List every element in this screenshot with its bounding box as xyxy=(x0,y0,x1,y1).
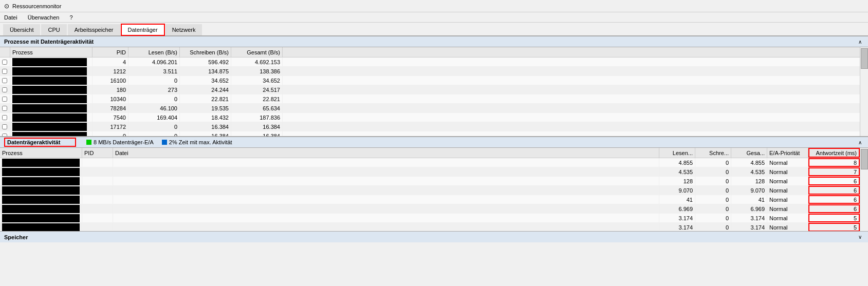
td-checkbox[interactable] xyxy=(0,113,10,122)
menu-help[interactable]: ? xyxy=(67,14,75,21)
td-checkbox[interactable] xyxy=(0,58,10,66)
td-checkbox[interactable] xyxy=(0,94,10,103)
bottom-scrollbar-thumb[interactable] xyxy=(861,149,868,169)
btd-write: 0 xyxy=(695,195,731,204)
th-write[interactable]: Schreiben (B/s) xyxy=(180,47,231,57)
table-row[interactable]: 10340 0 22.821 22.821 xyxy=(0,94,860,104)
table-row[interactable]: 180 273 24.244 24.517 xyxy=(0,85,860,94)
btd-priority: Normal xyxy=(767,186,808,195)
td-process xyxy=(10,104,93,112)
activity-collapse-btn[interactable]: ∧ xyxy=(856,138,864,146)
bth-file[interactable]: Datei xyxy=(113,148,659,158)
top-table-area: Prozess PID Lesen (B/s) Schreiben (B/s) … xyxy=(0,47,868,136)
btd-read: 3.174 xyxy=(659,223,695,231)
btd-process xyxy=(0,167,82,176)
top-scrollbar[interactable] xyxy=(860,47,868,136)
td-read: 0 xyxy=(128,76,180,85)
td-checkbox[interactable] xyxy=(0,67,10,75)
btd-total: 4.855 xyxy=(731,158,767,167)
td-total: 65.634 xyxy=(231,104,283,112)
tab-arbeitsspeicher[interactable]: Arbeitsspeicher xyxy=(68,24,120,35)
td-read: 3.511 xyxy=(128,67,180,75)
table-row[interactable]: 0 0 16.384 16.384 xyxy=(0,131,860,136)
tab-ubersicht[interactable]: Übersicht xyxy=(3,24,40,35)
btd-priority: Normal xyxy=(767,158,808,167)
stat-io: 8 MB/s Datenträger-E/A xyxy=(86,139,154,145)
th-read[interactable]: Lesen (B/s) xyxy=(128,47,180,57)
tab-datentrager[interactable]: Datenträger xyxy=(121,24,164,35)
bth-total[interactable]: Gesa... xyxy=(731,148,767,158)
bottom-table-row[interactable]: 41 0 41 Normal 6 xyxy=(0,195,860,204)
tab-cpu[interactable]: CPU xyxy=(41,24,66,35)
speicher-expand-btn[interactable]: ∨ xyxy=(856,233,864,241)
td-checkbox[interactable] xyxy=(0,131,10,136)
bottom-table-row[interactable]: 128 0 128 Normal 6 xyxy=(0,177,860,186)
table-row[interactable]: 1212 3.511 134.875 138.386 xyxy=(0,67,860,76)
table-row[interactable]: 4 4.096.201 596.492 4.692.153 xyxy=(0,58,860,67)
th-total[interactable]: Gesamt (B/s) xyxy=(231,47,283,57)
th-checkbox xyxy=(0,47,10,57)
btd-priority: Normal xyxy=(767,167,808,176)
td-checkbox[interactable] xyxy=(0,76,10,85)
btd-write: 0 xyxy=(695,204,731,213)
btd-file xyxy=(113,223,659,231)
bottom-table-row[interactable]: 6.969 0 6.969 Normal 6 xyxy=(0,204,860,214)
top-table-content: Prozess PID Lesen (B/s) Schreiben (B/s) … xyxy=(0,47,860,136)
td-read: 46.100 xyxy=(128,104,180,112)
top-collapse-btn[interactable]: ∧ xyxy=(856,37,864,46)
td-write: 18.432 xyxy=(180,113,231,122)
stat-max: 2% Zeit mit max. Aktivität xyxy=(162,139,232,145)
menu-uberwachen[interactable]: Überwachen xyxy=(26,14,62,21)
btd-response: 7 xyxy=(808,167,860,176)
td-write: 24.244 xyxy=(180,85,231,94)
bth-pid[interactable]: PID xyxy=(82,148,113,158)
btd-priority: Normal xyxy=(767,204,808,213)
bottom-table-row[interactable]: 4.535 0 4.535 Normal 7 xyxy=(0,167,860,177)
bottom-table-row[interactable]: 3.174 0 3.174 Normal 5 xyxy=(0,223,860,231)
td-checkbox[interactable] xyxy=(0,104,10,112)
bottom-scrollbar[interactable] xyxy=(860,148,868,231)
td-pid: 0 xyxy=(93,131,128,136)
menu-datei[interactable]: Datei xyxy=(2,14,20,21)
btd-total: 9.070 xyxy=(731,186,767,195)
table-row[interactable]: 17172 0 16.384 16.384 xyxy=(0,122,860,131)
bottom-table-row[interactable]: 3.174 0 3.174 Normal 5 xyxy=(0,214,860,223)
bth-write[interactable]: Schre... xyxy=(695,148,731,158)
btd-file xyxy=(113,167,659,176)
td-write: 19.535 xyxy=(180,104,231,112)
td-checkbox[interactable] xyxy=(0,122,10,131)
btd-process xyxy=(0,177,82,185)
td-total: 34.652 xyxy=(231,76,283,85)
bottom-activity-table: Prozess PID Datei Lesen... Schre... Gesa… xyxy=(0,148,868,231)
btd-file xyxy=(113,177,659,185)
btd-read: 4.535 xyxy=(659,167,695,176)
th-process: Prozess xyxy=(10,47,93,57)
td-pid: 4 xyxy=(93,58,128,66)
btd-pid xyxy=(82,214,113,222)
td-process xyxy=(10,94,93,103)
td-write: 596.492 xyxy=(180,58,231,66)
bottom-table-row[interactable]: 9.070 0 9.070 Normal 6 xyxy=(0,186,860,195)
td-write: 134.875 xyxy=(180,67,231,75)
scrollbar-thumb[interactable] xyxy=(861,48,868,69)
table-row[interactable]: 7540 169.404 18.432 187.836 xyxy=(0,113,860,122)
top-section-controls: ∧ xyxy=(856,37,864,46)
bth-priority[interactable]: E/A-Priorität xyxy=(767,148,808,158)
tabs-bar: Übersicht CPU Arbeitsspeicher Datenträge… xyxy=(0,23,868,36)
btd-pid xyxy=(82,177,113,185)
btd-response: 5 xyxy=(808,223,860,231)
btd-priority: Normal xyxy=(767,195,808,204)
th-pid[interactable]: PID xyxy=(93,47,128,57)
tab-netzwerk[interactable]: Netzwerk xyxy=(165,24,202,35)
td-read: 0 xyxy=(128,131,180,136)
stat-max-label: 2% Zeit mit max. Aktivität xyxy=(169,139,232,145)
table-row[interactable]: 78284 46.100 19.535 65.634 xyxy=(0,104,860,113)
bth-read[interactable]: Lesen... xyxy=(659,148,695,158)
bth-response[interactable]: Antwortzeit (ms) xyxy=(808,148,860,158)
td-read: 169.404 xyxy=(128,113,180,122)
td-checkbox[interactable] xyxy=(0,85,10,94)
btd-process xyxy=(0,204,82,213)
bottom-table-row[interactable]: 4.855 0 4.855 Normal 8 xyxy=(0,158,860,167)
btd-read: 4.855 xyxy=(659,158,695,167)
table-row[interactable]: 16100 0 34.652 34.652 xyxy=(0,76,860,85)
